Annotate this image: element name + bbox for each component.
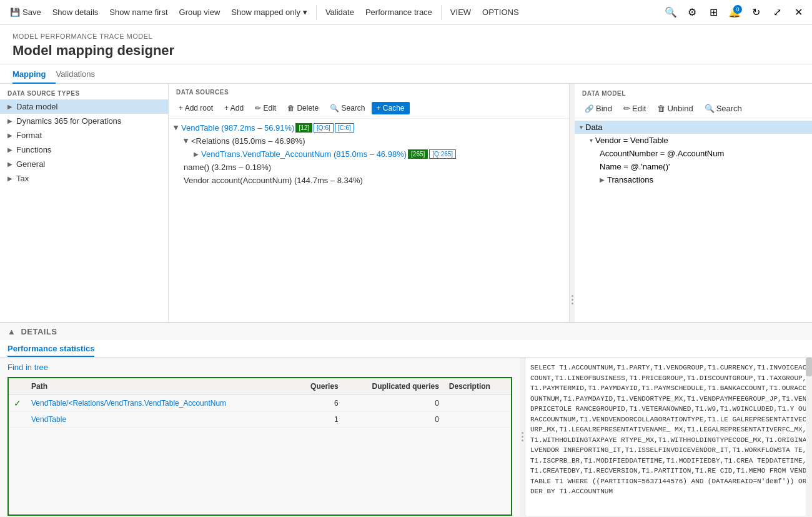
- toolbar-separator: [316, 5, 317, 20]
- search-icon: 🔍: [705, 104, 715, 113]
- expand-arrow-icon: ▶: [600, 176, 605, 183]
- ds-type-data-model[interactable]: ▶ Data model: [0, 99, 168, 114]
- ds-relations-item[interactable]: ▶ <Relations (815.0ms – 46.98%): [169, 134, 569, 148]
- view-label: VIEW: [450, 8, 471, 17]
- collapse-icon[interactable]: ▲: [7, 327, 16, 336]
- model-label: MODEL PERFORMANCE TRACE MODEL: [12, 33, 800, 40]
- dm-name-item[interactable]: Name = @.'name()': [575, 160, 812, 173]
- delete-datasource-button[interactable]: 🗑 Delete: [282, 102, 324, 114]
- sql-content[interactable]: SELECT T1.ACCOUNTNUM,T1.PARTY,T1.VENDGRO…: [525, 358, 812, 516]
- details-right: SELECT T1.ACCOUNTNUM,T1.PARTY,T1.VENDGRO…: [525, 358, 812, 516]
- dm-vendor-item[interactable]: ▾ Vendor = VendTable: [575, 134, 812, 147]
- save-button[interactable]: 💾 Save: [5, 5, 46, 19]
- ds-type-label-3: Functions: [16, 145, 51, 154]
- col-description: Description: [444, 378, 511, 395]
- ds-badge-c6: [C:6]: [335, 123, 354, 133]
- edit-datasource-button[interactable]: ✏ ✏ EditEdit: [250, 102, 281, 114]
- unbind-button[interactable]: 🗑 Unbind: [652, 102, 698, 115]
- dot: [572, 299, 573, 301]
- settings-icon-button[interactable]: ⚙: [683, 4, 701, 21]
- group-view-button[interactable]: Group view: [174, 5, 225, 19]
- tree-arrow-icon: ▶: [7, 146, 12, 153]
- ds-badge-q265: [Q:265]: [429, 149, 456, 159]
- show-mapped-only-button[interactable]: Show mapped only ▾: [226, 5, 312, 19]
- toolbar-separator-2: [441, 5, 442, 20]
- refresh-button[interactable]: ↻: [747, 4, 765, 21]
- tab-performance-statistics[interactable]: Performance statistics: [7, 340, 94, 357]
- col-queries: Queries: [294, 378, 343, 395]
- add-root-button[interactable]: + Add root: [174, 102, 218, 114]
- options-button[interactable]: OPTIONS: [477, 5, 524, 19]
- view-button[interactable]: VIEW: [445, 5, 476, 19]
- dm-accountnumber-item[interactable]: AccountNumber = @.AccountNum: [575, 147, 812, 160]
- dm-name-label: Name = @.'name()': [600, 162, 670, 171]
- row-check-2: [9, 412, 26, 428]
- expand-arrow-icon: ▶: [183, 139, 190, 144]
- row-path-2[interactable]: VendTable: [26, 412, 294, 428]
- bind-button[interactable]: 🔗 Bind: [580, 102, 617, 115]
- dot: [522, 432, 523, 434]
- ds-badge-265: [265]: [408, 149, 428, 159]
- tabs-bar: Mapping Validations: [0, 64, 812, 84]
- cache-button[interactable]: + Cache: [372, 102, 410, 114]
- expand-arrow-icon: ▶: [173, 126, 180, 131]
- dm-vendor-label: Vendor = VendTable: [595, 136, 668, 145]
- dot: [572, 303, 573, 304]
- data-sources-label: DATA SOURCES: [169, 84, 569, 98]
- scrollbar-vertical[interactable]: [806, 358, 812, 516]
- ds-vendtrans-item[interactable]: ▶ VendTrans.VendTable_AccountNum (815.0m…: [169, 148, 569, 161]
- ds-name-item[interactable]: name() (3.2ms – 0.18%): [169, 161, 569, 174]
- office-icon-button[interactable]: ⊞: [705, 4, 722, 21]
- ds-type-tax[interactable]: ▶ Tax: [0, 171, 168, 186]
- edit-icon: ✏: [623, 104, 630, 113]
- bind-label: Bind: [596, 104, 612, 113]
- notification-button[interactable]: 🔔 0: [726, 4, 743, 21]
- table-row[interactable]: VendTable 1 0: [9, 412, 511, 428]
- row-path-1[interactable]: VendTable/<Relations/VendTrans.VendTable…: [26, 395, 294, 412]
- expand-button[interactable]: ⤢: [768, 4, 786, 21]
- page-title: Model mapping designer: [12, 43, 800, 59]
- search-model-button[interactable]: 🔍 Search: [700, 102, 747, 115]
- close-button[interactable]: ✕: [790, 4, 807, 21]
- performance-trace-button[interactable]: Performance trace: [360, 5, 437, 19]
- edit-model-button[interactable]: ✏ Edit: [618, 102, 651, 115]
- row-description-2: [444, 412, 511, 428]
- dm-data-item[interactable]: ▾ Data: [575, 121, 812, 134]
- bottom-section: ▲ DETAILS Performance statistics Find in…: [0, 322, 812, 516]
- ds-vendtrans-label: VendTrans.VendTable_AccountNum (815.0ms …: [201, 149, 407, 159]
- show-details-label: Show details: [52, 8, 99, 17]
- ds-type-format[interactable]: ▶ Format: [0, 128, 168, 143]
- row-queries-2: 1: [294, 412, 343, 428]
- tree-arrow-icon: ▶: [7, 161, 12, 168]
- details-left: Find in tree Path Queries Duplicated que…: [0, 358, 520, 516]
- ds-type-general[interactable]: ▶ General: [0, 157, 168, 171]
- toolbar-right: 🔍 ⚙ ⊞ 🔔 0 ↻ ⤢ ✕: [662, 4, 807, 21]
- validate-button[interactable]: Validate: [320, 5, 359, 19]
- data-model-label: DATA MODEL: [575, 84, 812, 99]
- show-details-button[interactable]: Show details: [47, 5, 104, 19]
- ds-vendtable-item[interactable]: ▶ VendTable (987.2ms – 56.91%) [12] [Q:6…: [169, 121, 569, 134]
- ds-type-dynamics365[interactable]: ▶ Dynamics 365 for Operations: [0, 114, 168, 128]
- show-name-first-label: Show name first: [109, 8, 167, 17]
- ds-vendoraccount-label: Vendor account(AccountNum) (144.7ms – 8.…: [184, 176, 363, 185]
- table-row[interactable]: ✓ VendTable/<Relations/VendTrans.VendTab…: [9, 395, 511, 412]
- expand-arrow-icon: ▶: [194, 151, 199, 158]
- tab-mapping[interactable]: Mapping: [12, 64, 56, 84]
- ds-type-label-5: Tax: [16, 174, 29, 183]
- ds-vendoraccount-item[interactable]: Vendor account(AccountNum) (144.7ms – 8.…: [169, 174, 569, 187]
- notification-badge: 0: [733, 5, 742, 14]
- dot: [522, 439, 523, 441]
- dm-transactions-item[interactable]: ▶ Transactions: [575, 173, 812, 186]
- search-toolbar-button[interactable]: 🔍: [662, 4, 680, 21]
- main-toolbar: 💾 Save Show details Show name first Grou…: [0, 0, 812, 25]
- search-datasource-button[interactable]: 🔍 Search: [325, 102, 370, 114]
- show-name-first-button[interactable]: Show name first: [104, 5, 172, 19]
- ds-type-functions[interactable]: ▶ Functions: [0, 143, 168, 157]
- bottom-panel-resizer[interactable]: [520, 358, 525, 516]
- dm-accountnumber-label: AccountNumber = @.AccountNum: [600, 149, 724, 158]
- row-duplicated-1: 0: [344, 395, 444, 412]
- scrollbar-thumb[interactable]: [806, 358, 812, 376]
- find-in-tree-link[interactable]: Find in tree: [0, 358, 520, 377]
- tab-validations[interactable]: Validations: [56, 64, 105, 84]
- add-button[interactable]: + Add: [219, 102, 249, 114]
